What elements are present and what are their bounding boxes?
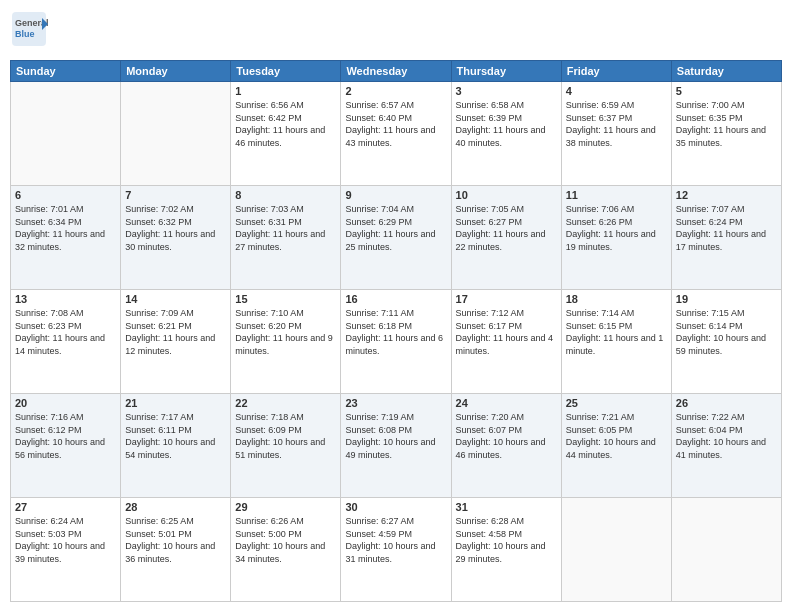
day-number: 2 bbox=[345, 85, 446, 97]
day-number: 1 bbox=[235, 85, 336, 97]
day-number: 10 bbox=[456, 189, 557, 201]
calendar-cell bbox=[561, 498, 671, 602]
logo-icon: General Blue bbox=[10, 10, 48, 48]
calendar-cell: 19Sunrise: 7:15 AM Sunset: 6:14 PM Dayli… bbox=[671, 290, 781, 394]
column-header-tuesday: Tuesday bbox=[231, 61, 341, 82]
column-header-saturday: Saturday bbox=[671, 61, 781, 82]
svg-text:Blue: Blue bbox=[15, 29, 35, 39]
header: General Blue bbox=[10, 10, 782, 52]
day-info: Sunrise: 6:28 AM Sunset: 4:58 PM Dayligh… bbox=[456, 515, 557, 565]
column-header-sunday: Sunday bbox=[11, 61, 121, 82]
day-number: 3 bbox=[456, 85, 557, 97]
calendar-cell: 28Sunrise: 6:25 AM Sunset: 5:01 PM Dayli… bbox=[121, 498, 231, 602]
calendar-cell: 15Sunrise: 7:10 AM Sunset: 6:20 PM Dayli… bbox=[231, 290, 341, 394]
day-info: Sunrise: 7:20 AM Sunset: 6:07 PM Dayligh… bbox=[456, 411, 557, 461]
day-info: Sunrise: 6:58 AM Sunset: 6:39 PM Dayligh… bbox=[456, 99, 557, 149]
calendar-cell: 3Sunrise: 6:58 AM Sunset: 6:39 PM Daylig… bbox=[451, 82, 561, 186]
day-number: 29 bbox=[235, 501, 336, 513]
day-info: Sunrise: 6:24 AM Sunset: 5:03 PM Dayligh… bbox=[15, 515, 116, 565]
calendar-table: SundayMondayTuesdayWednesdayThursdayFrid… bbox=[10, 60, 782, 602]
calendar-cell: 18Sunrise: 7:14 AM Sunset: 6:15 PM Dayli… bbox=[561, 290, 671, 394]
day-number: 8 bbox=[235, 189, 336, 201]
calendar-week-row: 13Sunrise: 7:08 AM Sunset: 6:23 PM Dayli… bbox=[11, 290, 782, 394]
day-number: 20 bbox=[15, 397, 116, 409]
day-info: Sunrise: 6:57 AM Sunset: 6:40 PM Dayligh… bbox=[345, 99, 446, 149]
calendar-cell: 14Sunrise: 7:09 AM Sunset: 6:21 PM Dayli… bbox=[121, 290, 231, 394]
day-info: Sunrise: 6:27 AM Sunset: 4:59 PM Dayligh… bbox=[345, 515, 446, 565]
day-number: 14 bbox=[125, 293, 226, 305]
calendar-cell: 2Sunrise: 6:57 AM Sunset: 6:40 PM Daylig… bbox=[341, 82, 451, 186]
day-number: 24 bbox=[456, 397, 557, 409]
calendar-cell: 25Sunrise: 7:21 AM Sunset: 6:05 PM Dayli… bbox=[561, 394, 671, 498]
day-number: 5 bbox=[676, 85, 777, 97]
day-number: 11 bbox=[566, 189, 667, 201]
calendar-cell: 1Sunrise: 6:56 AM Sunset: 6:42 PM Daylig… bbox=[231, 82, 341, 186]
day-info: Sunrise: 7:16 AM Sunset: 6:12 PM Dayligh… bbox=[15, 411, 116, 461]
calendar-header-row: SundayMondayTuesdayWednesdayThursdayFrid… bbox=[11, 61, 782, 82]
calendar-cell: 29Sunrise: 6:26 AM Sunset: 5:00 PM Dayli… bbox=[231, 498, 341, 602]
day-number: 13 bbox=[15, 293, 116, 305]
calendar-cell: 23Sunrise: 7:19 AM Sunset: 6:08 PM Dayli… bbox=[341, 394, 451, 498]
day-info: Sunrise: 7:04 AM Sunset: 6:29 PM Dayligh… bbox=[345, 203, 446, 253]
day-number: 30 bbox=[345, 501, 446, 513]
calendar-cell: 7Sunrise: 7:02 AM Sunset: 6:32 PM Daylig… bbox=[121, 186, 231, 290]
day-number: 16 bbox=[345, 293, 446, 305]
calendar-cell: 11Sunrise: 7:06 AM Sunset: 6:26 PM Dayli… bbox=[561, 186, 671, 290]
day-number: 4 bbox=[566, 85, 667, 97]
day-info: Sunrise: 7:11 AM Sunset: 6:18 PM Dayligh… bbox=[345, 307, 446, 357]
calendar-cell: 13Sunrise: 7:08 AM Sunset: 6:23 PM Dayli… bbox=[11, 290, 121, 394]
page: General Blue SundayMondayTuesdayWednesda… bbox=[0, 0, 792, 612]
calendar-cell: 27Sunrise: 6:24 AM Sunset: 5:03 PM Dayli… bbox=[11, 498, 121, 602]
calendar-cell: 10Sunrise: 7:05 AM Sunset: 6:27 PM Dayli… bbox=[451, 186, 561, 290]
day-number: 31 bbox=[456, 501, 557, 513]
day-info: Sunrise: 7:07 AM Sunset: 6:24 PM Dayligh… bbox=[676, 203, 777, 253]
day-info: Sunrise: 7:00 AM Sunset: 6:35 PM Dayligh… bbox=[676, 99, 777, 149]
day-number: 19 bbox=[676, 293, 777, 305]
day-info: Sunrise: 7:09 AM Sunset: 6:21 PM Dayligh… bbox=[125, 307, 226, 357]
day-number: 18 bbox=[566, 293, 667, 305]
calendar-cell bbox=[121, 82, 231, 186]
calendar-cell: 16Sunrise: 7:11 AM Sunset: 6:18 PM Dayli… bbox=[341, 290, 451, 394]
day-number: 25 bbox=[566, 397, 667, 409]
day-number: 27 bbox=[15, 501, 116, 513]
day-info: Sunrise: 7:19 AM Sunset: 6:08 PM Dayligh… bbox=[345, 411, 446, 461]
calendar-week-row: 6Sunrise: 7:01 AM Sunset: 6:34 PM Daylig… bbox=[11, 186, 782, 290]
day-info: Sunrise: 7:14 AM Sunset: 6:15 PM Dayligh… bbox=[566, 307, 667, 357]
calendar-cell: 20Sunrise: 7:16 AM Sunset: 6:12 PM Dayli… bbox=[11, 394, 121, 498]
day-number: 22 bbox=[235, 397, 336, 409]
day-info: Sunrise: 6:26 AM Sunset: 5:00 PM Dayligh… bbox=[235, 515, 336, 565]
calendar-cell bbox=[11, 82, 121, 186]
day-info: Sunrise: 7:18 AM Sunset: 6:09 PM Dayligh… bbox=[235, 411, 336, 461]
logo: General Blue bbox=[10, 10, 48, 52]
calendar-cell: 31Sunrise: 6:28 AM Sunset: 4:58 PM Dayli… bbox=[451, 498, 561, 602]
day-info: Sunrise: 7:17 AM Sunset: 6:11 PM Dayligh… bbox=[125, 411, 226, 461]
calendar-week-row: 1Sunrise: 6:56 AM Sunset: 6:42 PM Daylig… bbox=[11, 82, 782, 186]
day-info: Sunrise: 6:59 AM Sunset: 6:37 PM Dayligh… bbox=[566, 99, 667, 149]
calendar-week-row: 27Sunrise: 6:24 AM Sunset: 5:03 PM Dayli… bbox=[11, 498, 782, 602]
day-number: 7 bbox=[125, 189, 226, 201]
day-number: 15 bbox=[235, 293, 336, 305]
calendar-cell bbox=[671, 498, 781, 602]
day-info: Sunrise: 7:21 AM Sunset: 6:05 PM Dayligh… bbox=[566, 411, 667, 461]
day-info: Sunrise: 6:56 AM Sunset: 6:42 PM Dayligh… bbox=[235, 99, 336, 149]
day-info: Sunrise: 7:22 AM Sunset: 6:04 PM Dayligh… bbox=[676, 411, 777, 461]
day-info: Sunrise: 7:15 AM Sunset: 6:14 PM Dayligh… bbox=[676, 307, 777, 357]
day-number: 23 bbox=[345, 397, 446, 409]
calendar-cell: 6Sunrise: 7:01 AM Sunset: 6:34 PM Daylig… bbox=[11, 186, 121, 290]
day-info: Sunrise: 6:25 AM Sunset: 5:01 PM Dayligh… bbox=[125, 515, 226, 565]
day-info: Sunrise: 7:01 AM Sunset: 6:34 PM Dayligh… bbox=[15, 203, 116, 253]
day-info: Sunrise: 7:06 AM Sunset: 6:26 PM Dayligh… bbox=[566, 203, 667, 253]
calendar-week-row: 20Sunrise: 7:16 AM Sunset: 6:12 PM Dayli… bbox=[11, 394, 782, 498]
day-number: 21 bbox=[125, 397, 226, 409]
calendar-cell: 8Sunrise: 7:03 AM Sunset: 6:31 PM Daylig… bbox=[231, 186, 341, 290]
day-number: 17 bbox=[456, 293, 557, 305]
calendar-cell: 24Sunrise: 7:20 AM Sunset: 6:07 PM Dayli… bbox=[451, 394, 561, 498]
day-number: 9 bbox=[345, 189, 446, 201]
calendar-cell: 21Sunrise: 7:17 AM Sunset: 6:11 PM Dayli… bbox=[121, 394, 231, 498]
day-number: 6 bbox=[15, 189, 116, 201]
day-info: Sunrise: 7:10 AM Sunset: 6:20 PM Dayligh… bbox=[235, 307, 336, 357]
day-info: Sunrise: 7:05 AM Sunset: 6:27 PM Dayligh… bbox=[456, 203, 557, 253]
day-info: Sunrise: 7:12 AM Sunset: 6:17 PM Dayligh… bbox=[456, 307, 557, 357]
calendar-cell: 22Sunrise: 7:18 AM Sunset: 6:09 PM Dayli… bbox=[231, 394, 341, 498]
day-info: Sunrise: 7:08 AM Sunset: 6:23 PM Dayligh… bbox=[15, 307, 116, 357]
